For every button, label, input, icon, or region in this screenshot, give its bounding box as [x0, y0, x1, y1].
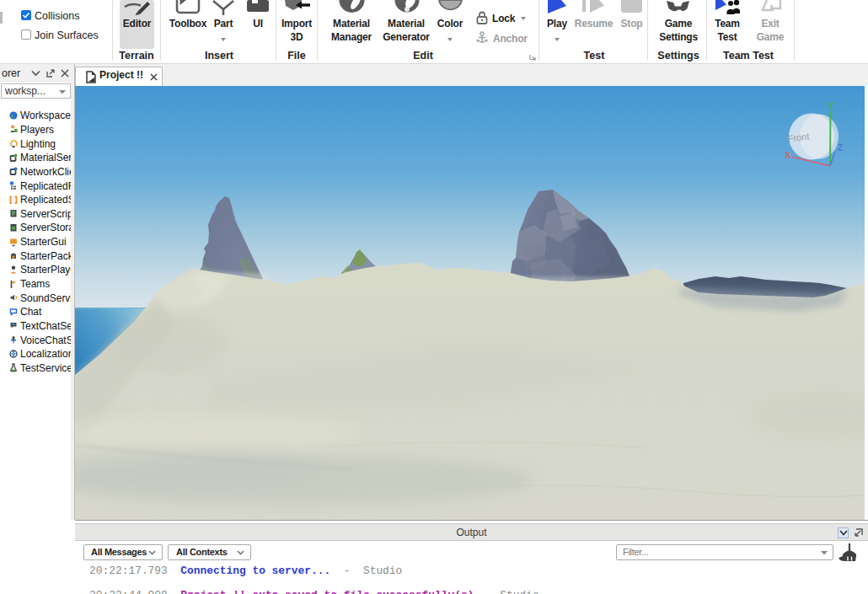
svg-text:Z: Z	[838, 142, 844, 153]
svg-text:X: X	[785, 150, 790, 160]
svg-text:Y: Y	[828, 100, 833, 110]
